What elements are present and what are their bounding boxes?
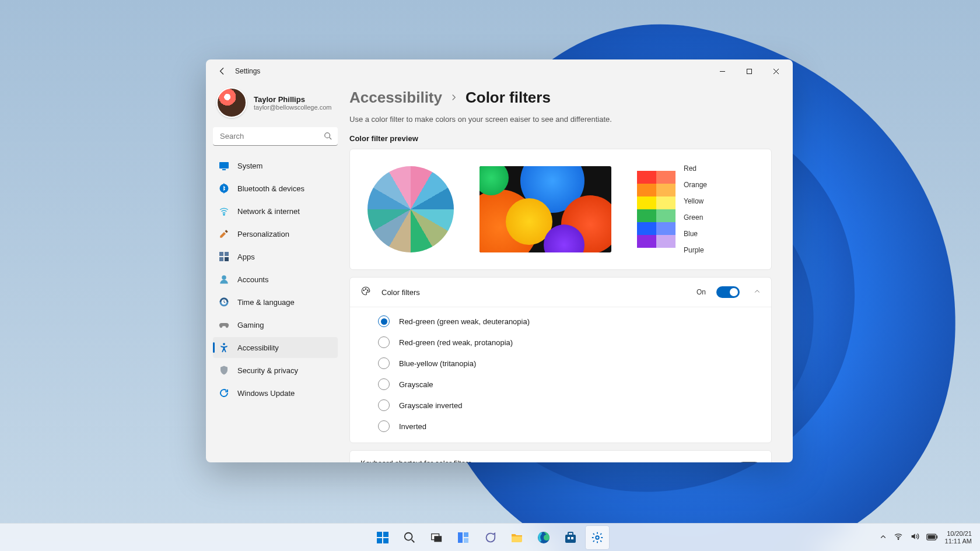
swatch-label: Orange (684, 178, 707, 191)
shortcut-toggle[interactable] (737, 462, 761, 462)
sidebar-item-label: Apps (237, 252, 255, 261)
filter-option-label: Grayscale inverted (399, 401, 462, 410)
swatch (656, 171, 676, 184)
svg-line-3 (330, 138, 332, 140)
sidebar-item-accounts[interactable]: Accounts (213, 269, 338, 290)
widgets-button[interactable] (452, 526, 475, 549)
filter-option[interactable]: Inverted (378, 416, 771, 437)
chevron-up-icon (754, 287, 761, 297)
close-button[interactable] (762, 62, 789, 80)
taskbar-search-button[interactable] (398, 526, 421, 549)
shortcut-header[interactable]: Keyboard shortcut for color filters Pres… (350, 451, 771, 462)
battery-icon[interactable] (926, 532, 938, 543)
minimize-button[interactable] (709, 62, 736, 80)
swatch-label: Yellow (684, 195, 707, 208)
svg-rect-20 (383, 532, 388, 537)
swatch (637, 184, 656, 196)
filter-option[interactable]: Red-green (red weak, protanopia) (378, 332, 771, 353)
accounts-icon (219, 274, 229, 285)
breadcrumb: Accessibility Color filters (349, 89, 772, 107)
svg-rect-10 (219, 257, 223, 261)
sample-photo (480, 166, 611, 252)
file-explorer-button[interactable] (505, 526, 528, 549)
shortcut-title: Keyboard shortcut for color filters (360, 459, 707, 462)
settings-taskbar-button[interactable] (586, 526, 609, 549)
swatch (637, 171, 656, 184)
taskbar: 10/20/21 11:11 AM (0, 523, 980, 551)
maximize-button[interactable] (736, 62, 762, 80)
search-icon (324, 132, 332, 142)
sidebar-item-update[interactable]: Windows Update (213, 382, 338, 403)
svg-point-15 (223, 343, 225, 345)
user-profile[interactable]: Taylor Phillips taylor@bellowscollege.co… (213, 83, 338, 127)
sidebar-item-system[interactable]: System (213, 155, 338, 176)
palette-icon (360, 286, 371, 299)
svg-rect-8 (219, 252, 223, 256)
svg-rect-32 (568, 532, 573, 535)
swatch (637, 209, 656, 222)
edge-button[interactable] (532, 526, 555, 549)
svg-rect-38 (928, 535, 935, 539)
swatch (656, 196, 676, 209)
sidebar-item-apps[interactable]: Apps (213, 246, 338, 267)
search-box (213, 127, 338, 146)
svg-point-16 (363, 290, 365, 291)
sidebar: Taylor Phillips taylor@bellowscollege.co… (206, 83, 345, 462)
preview-label: Color filter preview (349, 134, 772, 143)
clock[interactable]: 10/20/21 11:11 AM (945, 530, 972, 545)
volume-icon[interactable] (910, 532, 919, 543)
color-filters-toggle[interactable] (716, 286, 740, 298)
sidebar-item-label: System (237, 162, 262, 170)
svg-rect-31 (565, 535, 576, 543)
page-description: Use a color filter to make colors on you… (349, 115, 772, 124)
sidebar-item-network[interactable]: Network & internet (213, 201, 338, 222)
filter-option[interactable]: Grayscale inverted (378, 395, 771, 416)
wifi-icon[interactable] (894, 532, 903, 543)
sidebar-item-label: Accounts (237, 275, 268, 284)
tray-overflow-icon[interactable] (880, 532, 887, 543)
sidebar-item-shield[interactable]: Security & privacy (213, 360, 338, 381)
swatch (656, 209, 676, 222)
breadcrumb-parent[interactable]: Accessibility (349, 89, 442, 107)
start-button[interactable] (371, 526, 394, 549)
svg-rect-19 (377, 532, 382, 537)
sidebar-item-label: Bluetooth & devices (237, 184, 304, 193)
svg-rect-22 (383, 538, 388, 543)
sidebar-item-accessibility[interactable]: Accessibility (213, 337, 338, 358)
sidebar-item-gaming[interactable]: Gaming (213, 314, 338, 335)
color-wheel (368, 166, 454, 252)
color-swatches: RedOrangeYellowGreenBluePurple (637, 162, 707, 257)
window-title: Settings (235, 67, 260, 75)
filter-option[interactable]: Grayscale (378, 374, 771, 395)
avatar (216, 87, 247, 118)
swatch (656, 235, 676, 248)
swatch (637, 235, 656, 248)
profile-name: Taylor Phillips (254, 95, 331, 104)
color-filters-header[interactable]: Color filters On (350, 278, 771, 307)
svg-point-23 (405, 532, 412, 540)
swatch (656, 184, 676, 196)
preview-card: RedOrangeYellowGreenBluePurple (349, 149, 772, 270)
radio-icon (378, 357, 390, 369)
shortcut-card: Keyboard shortcut for color filters Pres… (349, 450, 772, 462)
back-button[interactable] (215, 64, 229, 78)
sidebar-item-personalization[interactable]: Personalization (213, 223, 338, 244)
filter-option-label: Red-green (green weak, deuteranopia) (399, 317, 530, 326)
sidebar-item-label: Security & privacy (237, 366, 298, 375)
sidebar-item-label: Gaming (237, 321, 264, 329)
clock-time: 11:11 AM (945, 538, 972, 545)
store-button[interactable] (559, 526, 582, 549)
search-input[interactable] (213, 127, 338, 146)
color-filters-label: Color filters (382, 288, 686, 297)
sidebar-item-bluetooth[interactable]: Bluetooth & devices (213, 178, 338, 199)
profile-email: taylor@bellowscollege.com (254, 104, 331, 111)
sidebar-item-label: Personalization (237, 230, 289, 238)
shield-icon (219, 365, 229, 375)
chat-button[interactable] (478, 526, 502, 549)
system-icon (219, 160, 229, 171)
filter-option[interactable]: Blue-yellow (tritanopia) (378, 353, 771, 374)
task-view-button[interactable] (425, 526, 448, 549)
sidebar-item-time[interactable]: Time & language (213, 292, 338, 313)
filter-option[interactable]: Red-green (green weak, deuteranopia) (378, 311, 771, 332)
svg-point-36 (898, 539, 898, 539)
